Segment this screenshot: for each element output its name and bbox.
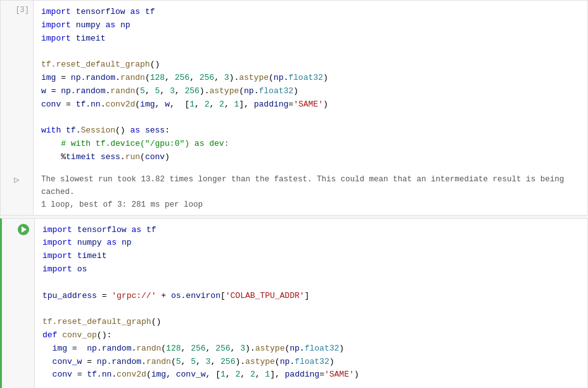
cell-1-row: [3] import tensorflow as tf import numpy… — [1, 1, 587, 169]
output-arrow-1: ▷ — [14, 174, 19, 185]
cell-1-gutter: [3] — [1, 1, 34, 169]
cell-1-output-row: ▷ The slowest run took 13.82 times longe… — [1, 169, 587, 215]
cell-2-code: import tensorflow as tf import numpy as … — [42, 224, 580, 388]
cell-1-output: The slowest run took 13.82 times longer … — [34, 169, 587, 215]
cell-2-row: import tensorflow as tf import numpy as … — [2, 219, 587, 388]
run-triangle-icon — [22, 226, 27, 233]
cell-2-content[interactable]: import tensorflow as tf import numpy as … — [35, 219, 587, 388]
cell-1-output-text: The slowest run took 13.82 times longer … — [41, 175, 564, 209]
running-indicator[interactable] — [18, 224, 29, 235]
cell-1-output-gutter: ▷ — [1, 169, 34, 215]
cell-2-gutter — [2, 219, 35, 388]
cell-1: [3] import tensorflow as tf import numpy… — [0, 0, 588, 216]
execution-count-1: [3] — [15, 6, 29, 15]
cell-2: import tensorflow as tf import numpy as … — [0, 218, 588, 388]
cell-1-code: import tensorflow as tf import numpy as … — [41, 6, 580, 164]
notebook-container: [3] import tensorflow as tf import numpy… — [0, 0, 588, 388]
cell-1-content[interactable]: import tensorflow as tf import numpy as … — [34, 1, 587, 169]
